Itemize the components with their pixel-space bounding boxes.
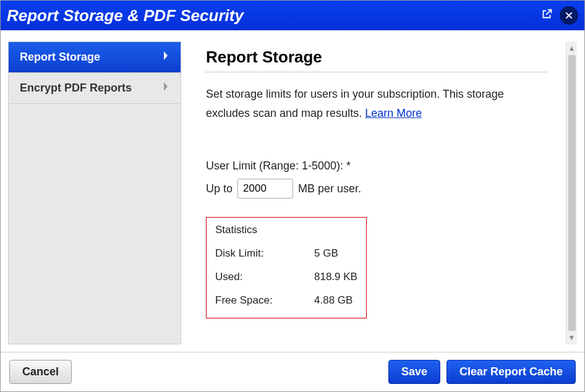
cancel-button[interactable]: Cancel (9, 360, 72, 384)
description-text: Set storage limits for users in your sub… (206, 85, 547, 122)
main-content: Report Storage Set storage limits for us… (181, 41, 566, 344)
stats-label: Disk Limit: (215, 247, 314, 260)
dialog-body: Report Storage Encrypt PDF Reports Repor… (1, 30, 584, 352)
titlebar: Report Storage & PDF Security (1, 1, 584, 30)
user-limit-input-row: Up to MB per user. (206, 179, 547, 198)
window-title: Report Storage & PDF Security (7, 6, 244, 25)
statistics-title: Statistics (215, 224, 357, 236)
stats-value: 818.9 KB (314, 271, 357, 283)
sidebar: Report Storage Encrypt PDF Reports (8, 41, 181, 344)
up-to-label: Up to (206, 182, 233, 195)
mb-per-user-label: MB per user. (298, 182, 361, 195)
scroll-thumb[interactable] (568, 55, 576, 331)
clear-report-cache-button[interactable]: Clear Report Cache (446, 360, 576, 384)
close-button[interactable] (560, 6, 578, 25)
footer-right-buttons: Save Clear Report Cache (388, 360, 576, 384)
content-wrap: Report Storage Set storage limits for us… (181, 41, 577, 344)
sidebar-item-report-storage[interactable]: Report Storage (9, 42, 181, 73)
description-body: Set storage limits for users in your sub… (206, 88, 504, 119)
learn-more-link[interactable]: Learn More (365, 107, 422, 119)
sidebar-item-label: Encrypt PDF Reports (20, 82, 132, 95)
stats-value: 5 GB (314, 247, 338, 260)
popout-icon[interactable] (540, 7, 553, 23)
dialog-window: Report Storage & PDF Security Report Sto… (0, 0, 585, 392)
vertical-scrollbar[interactable]: ▲ ▼ (566, 41, 577, 344)
stats-row-disk-limit: Disk Limit: 5 GB (215, 247, 357, 260)
stats-row-free-space: Free Space: 4.88 GB (215, 294, 357, 307)
sidebar-item-encrypt-pdf[interactable]: Encrypt PDF Reports (9, 73, 181, 104)
dialog-footer: Cancel Save Clear Report Cache (1, 352, 584, 391)
heading-divider (206, 72, 547, 72)
page-heading: Report Storage (206, 48, 547, 67)
chevron-right-icon (162, 51, 169, 64)
sidebar-item-label: Report Storage (20, 51, 100, 64)
stats-label: Free Space: (215, 294, 314, 307)
stats-value: 4.88 GB (314, 294, 352, 307)
statistics-box: Statistics Disk Limit: 5 GB Used: 818.9 … (206, 217, 367, 318)
user-limit-input[interactable] (237, 179, 293, 198)
user-limit-label: User Limit (Range: 1-5000): * (206, 160, 547, 173)
scroll-up-arrow-icon[interactable]: ▲ (568, 44, 576, 53)
stats-row-used: Used: 818.9 KB (215, 271, 357, 283)
titlebar-icons (540, 6, 578, 25)
stats-label: Used: (215, 271, 314, 283)
chevron-right-icon (162, 82, 169, 95)
save-button[interactable]: Save (388, 360, 440, 384)
scroll-down-arrow-icon[interactable]: ▼ (568, 333, 576, 342)
